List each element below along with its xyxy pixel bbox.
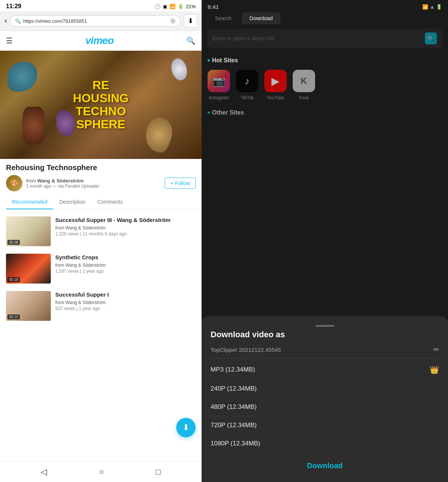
rec-views-1: 1,228 views | 11 months 6 days ago <box>55 231 196 237</box>
rec-channel-2: from Wang & Söderström <box>55 263 196 268</box>
vimeo-logo: vimeo <box>85 35 114 47</box>
kwai-label: Kwai <box>299 95 309 100</box>
right-tabs: Search Download <box>202 12 448 24</box>
format-option-mp3[interactable]: MP3 (12.34MB) 👑 <box>211 360 439 380</box>
instagram-icon: 📷 <box>208 70 230 92</box>
right-search-bar: 🔍 <box>208 29 442 48</box>
tab-description[interactable]: Description <box>53 194 91 209</box>
rec-duration-2: 00:18 <box>7 277 20 282</box>
bottom-nav-bar: ◁ ○ □ <box>0 461 202 482</box>
tab-download[interactable]: Download <box>242 12 280 24</box>
channel-meta: 1 month ago — via Parallel Uploader <box>26 184 99 189</box>
clear-url-button[interactable]: ✕ <box>170 18 176 24</box>
nav-back-button[interactable]: ◁ <box>41 467 47 477</box>
section-dot-hot <box>208 59 210 62</box>
menu-icon[interactable]: ☰ <box>6 36 13 45</box>
download-sheet: Download video as TopClipper 20212122.45… <box>202 316 448 482</box>
battery-percent: 21% <box>186 4 196 9</box>
rec-thumbnail-1: 00:08 <box>6 216 51 246</box>
recommended-list: 00:08 Successful Supper III - Wang & Söd… <box>0 210 202 461</box>
format-option-480p[interactable]: 480P (12.34MB) <box>211 398 439 416</box>
search-button-right[interactable]: 🔍 <box>425 32 437 44</box>
left-panel: 11:29 🕐 ▣ 📶 🔋 21% ‹ 🔍 https://vimeo.com/… <box>0 0 202 482</box>
rec-views-3: 922 views | 1 year ago <box>55 306 196 311</box>
fab-download-icon: ⬇ <box>183 423 189 432</box>
nav-home-button[interactable]: ○ <box>99 467 104 477</box>
tab-search[interactable]: Search <box>208 12 239 24</box>
nav-recent-button[interactable]: □ <box>156 467 161 477</box>
format-label-720p: 720P (12.34MB) <box>211 422 439 429</box>
tiktok-icon: ♪ <box>236 70 258 92</box>
download-icon-browser: ⬇ <box>188 17 193 25</box>
hot-site-tiktok[interactable]: ♪ TikTok <box>236 70 258 100</box>
browser-download-button[interactable]: ⬇ <box>184 14 197 28</box>
rec-thumbnail-3: 00:10 <box>6 291 51 321</box>
list-item[interactable]: 00:10 Successful Supper I from Wang & Sö… <box>0 287 202 325</box>
edit-filename-button[interactable]: ✏ <box>433 345 439 354</box>
video-info: Rehousing Technosphere 🎨 from Wang & Söd… <box>0 159 202 194</box>
status-bar-right: 9:41 📶 ▲ 🔋 <box>202 0 448 12</box>
status-time-right: 9:41 <box>208 4 219 10</box>
rec-duration-1: 00:08 <box>7 240 20 245</box>
format-option-720p[interactable]: 720P (12.34MB) <box>211 416 439 435</box>
video-thumbnail-text: REHOUSINGTECHNOSPHERE <box>73 79 128 131</box>
battery-icon: 🔋 <box>178 4 184 9</box>
hot-sites-label: Hot Sites <box>212 57 238 64</box>
rec-title-3: Successful Supper I <box>55 291 196 298</box>
tabs-row: Recommended Description Comments <box>0 194 202 210</box>
youtube-icon: ▶ <box>264 70 287 92</box>
channel-avatar[interactable]: 🎨 <box>6 175 22 191</box>
status-time-left: 11:29 <box>6 3 21 10</box>
download-action-button[interactable]: Download <box>211 456 439 476</box>
search-input-right[interactable] <box>213 35 422 41</box>
screen-icon: ▣ <box>163 4 167 9</box>
channel-name[interactable]: Wang & Söderström <box>37 178 84 184</box>
sheet-filename: TopClipper 20212122.45545 <box>211 347 281 353</box>
format-label-1080p: 1080P (12.34MB) <box>211 440 439 447</box>
clock-icon: 🕐 <box>155 4 161 9</box>
list-item[interactable]: 00:18 Synthetic Crops from Wang & Söders… <box>0 250 202 287</box>
tab-recommended[interactable]: Recommended <box>6 194 53 209</box>
hot-site-instagram[interactable]: 📷 Instagram <box>208 70 230 100</box>
browser-bar: ‹ 🔍 https://vimeo.com/791855851 ✕ ⬇ <box>0 11 202 31</box>
hot-site-kwai[interactable]: K Kwai <box>293 70 315 100</box>
fab-download-button[interactable]: ⬇ <box>176 418 196 437</box>
follow-button[interactable]: + Follow <box>165 178 196 189</box>
right-panel: 9:41 📶 ▲ 🔋 Search Download 🔍 Hot Sites 📷 <box>202 0 448 482</box>
format-label-mp3: MP3 (12.34MB) <box>211 366 427 373</box>
wifi-icon-right: ▲ <box>430 4 435 10</box>
other-sites-section-label: Other Sites <box>202 106 448 119</box>
sheet-title: Download video as <box>211 330 439 339</box>
section-dot-other <box>208 112 210 114</box>
video-thumbnail[interactable]: REHOUSINGTECHNOSPHERE <box>0 51 202 159</box>
hot-site-youtube[interactable]: ▶ YouTube <box>264 70 287 100</box>
url-bar[interactable]: 🔍 https://vimeo.com/791855851 ✕ <box>10 15 181 26</box>
rec-info-2: Synthetic Crops from Wang & Söderström 1… <box>55 254 196 274</box>
kwai-icon: K <box>293 70 315 92</box>
instagram-label: Instagram <box>209 95 228 100</box>
search-icon-browser: 🔍 <box>15 18 21 24</box>
signal-icon: 📶 <box>169 4 175 9</box>
format-option-1080p[interactable]: 1080P (12.34MB) <box>211 435 439 453</box>
status-icons-left: 🕐 ▣ 📶 🔋 21% <box>155 4 196 9</box>
status-icons-right: 📶 ▲ 🔋 <box>422 4 442 10</box>
sheet-filename-row: TopClipper 20212122.45545 ✏ <box>211 341 439 359</box>
rec-duration-3: 00:10 <box>7 314 20 319</box>
format-option-240p[interactable]: 240P (12.34MB) <box>211 380 439 398</box>
rec-title-1: Successful Supper III - Wang & Söderströ… <box>55 216 196 224</box>
video-title: Rehousing Technosphere <box>6 163 196 172</box>
search-icon-vimeo[interactable]: 🔍 <box>186 36 196 45</box>
battery-icon-right: 🔋 <box>436 4 442 10</box>
channel-from-label: from Wang & Söderström <box>26 178 99 184</box>
rec-info-3: Successful Supper I from Wang & Söderstr… <box>55 291 196 311</box>
tiktok-label: TikTok <box>241 95 253 100</box>
back-button[interactable]: ‹ <box>4 16 7 26</box>
tab-comments[interactable]: Comments <box>91 194 129 209</box>
status-bar-left: 11:29 🕐 ▣ 📶 🔋 21% <box>0 0 202 11</box>
youtube-label: YouTube <box>267 95 284 100</box>
channel-left: 🎨 from Wang & Söderström 1 month ago — v… <box>6 175 99 191</box>
list-item[interactable]: 00:08 Successful Supper III - Wang & Söd… <box>0 213 202 250</box>
rec-info-1: Successful Supper III - Wang & Söderströ… <box>55 216 196 237</box>
url-text[interactable]: https://vimeo.com/791855851 <box>23 18 168 24</box>
rec-views-2: 1,597 views | 1 year ago <box>55 269 196 274</box>
